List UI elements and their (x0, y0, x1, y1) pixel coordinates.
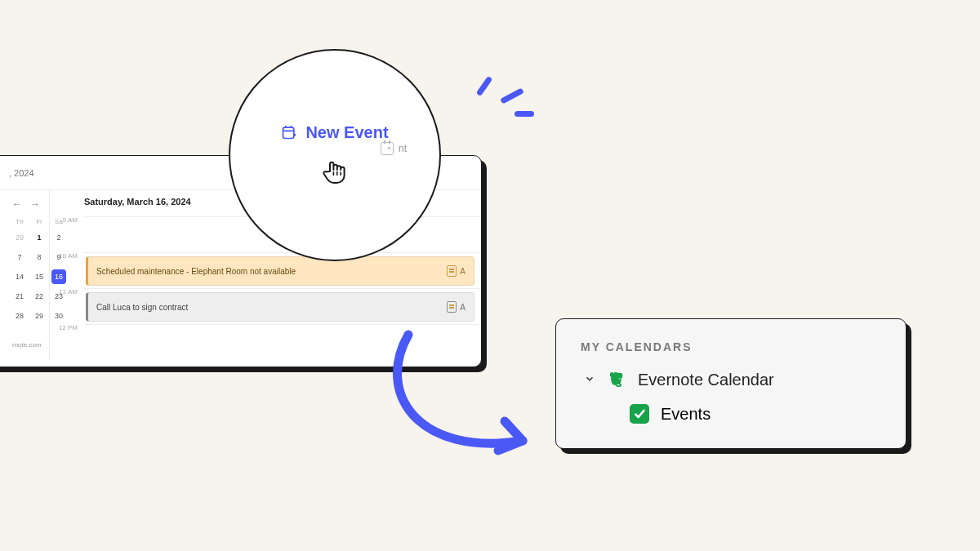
hour-label: 12 PM (50, 324, 84, 331)
mini-day[interactable]: 21 (12, 289, 27, 304)
mini-day[interactable]: 14 (12, 269, 27, 284)
event-title: Call Luca to sign contract (96, 303, 188, 312)
mini-day[interactable]: 1 (32, 230, 47, 245)
calendar-group-label: Evernote Calendar (638, 371, 774, 389)
checkbox-checked-icon[interactable] (630, 404, 649, 424)
magnifier-callout: New Event nt (229, 49, 441, 261)
calendar-single-icon (381, 142, 394, 155)
event-note-action[interactable]: A (447, 265, 466, 277)
event-note-action[interactable]: A (447, 301, 466, 313)
calendar-item-row[interactable]: Events (581, 404, 881, 424)
new-event-button[interactable]: New Event (281, 123, 388, 142)
svg-rect-0 (283, 127, 294, 138)
hour-label: 10 AM (50, 252, 84, 260)
calendar-event[interactable]: Call Luca to sign contract A (86, 292, 474, 322)
mini-day[interactable]: 29 (12, 230, 27, 245)
calendar-item-label: Events (661, 405, 710, 424)
calendar-add-icon (281, 124, 297, 140)
secondary-button-peek[interactable]: nt (381, 142, 407, 155)
mini-day[interactable]: 15 (32, 269, 47, 284)
note-icon (447, 301, 457, 313)
calendar-year: , 2024 (9, 168, 34, 178)
mini-calendar: Th Fr Sa 29 1 2 7 8 9 14 15 16 21 22 23 … (12, 218, 38, 323)
chevron-down-icon (584, 373, 595, 387)
mini-dow: Th (12, 218, 27, 225)
mini-dow: Fr (32, 218, 47, 225)
sidebar-footer-text: rnote.com (12, 341, 38, 349)
mini-day[interactable]: 8 (32, 250, 47, 264)
note-icon (447, 265, 457, 277)
next-month-button[interactable]: → (30, 198, 40, 210)
my-calendars-heading: MY CALENDARS (581, 340, 881, 353)
calendar-sidebar: ← → Th Fr Sa 29 1 2 7 8 9 14 15 16 21 22… (0, 190, 50, 360)
mini-day[interactable]: 28 (12, 309, 27, 323)
evernote-elephant-icon (607, 370, 626, 389)
prev-month-button[interactable]: ← (12, 198, 22, 210)
hour-label: 11 AM (50, 288, 84, 295)
event-title: Scheduled maintenance - Elephant Room no… (96, 267, 296, 276)
hour-label: 9 AM (50, 216, 84, 224)
calendar-group-row[interactable]: Evernote Calendar (581, 370, 881, 389)
mini-day[interactable]: 29 (32, 309, 47, 323)
my-calendars-panel: MY CALENDARS Evernote Calendar Events (555, 318, 906, 449)
flow-arrow-icon (359, 327, 555, 482)
calendar-event[interactable]: Scheduled maintenance - Elephant Room no… (86, 256, 474, 286)
cursor-hand-icon (318, 155, 351, 188)
mini-day[interactable]: 22 (32, 289, 47, 304)
new-event-label: New Event (305, 123, 388, 142)
mini-day[interactable]: 7 (12, 250, 27, 264)
